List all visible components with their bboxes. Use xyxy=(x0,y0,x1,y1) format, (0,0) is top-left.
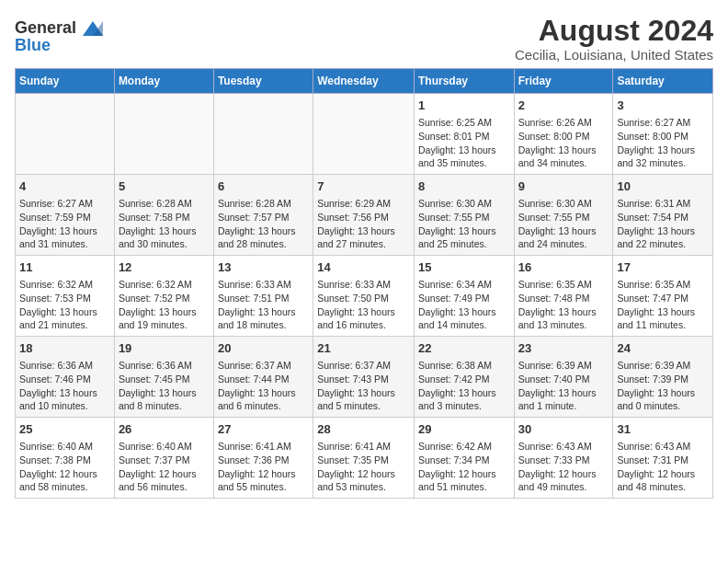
table-row xyxy=(114,94,213,175)
header-thursday: Thursday xyxy=(414,69,514,94)
table-row: 29Sunrise: 6:42 AM Sunset: 7:34 PM Dayli… xyxy=(414,417,514,498)
day-info: Sunrise: 6:33 AM Sunset: 7:51 PM Dayligh… xyxy=(218,278,309,332)
logo-blue: Blue xyxy=(15,36,51,55)
day-number: 16 xyxy=(518,259,609,276)
table-row: 22Sunrise: 6:38 AM Sunset: 7:42 PM Dayli… xyxy=(414,337,514,418)
day-info: Sunrise: 6:33 AM Sunset: 7:50 PM Dayligh… xyxy=(317,278,410,332)
page-title: August 2024 xyxy=(515,15,713,47)
table-row: 25Sunrise: 6:40 AM Sunset: 7:38 PM Dayli… xyxy=(16,417,115,498)
day-info: Sunrise: 6:43 AM Sunset: 7:33 PM Dayligh… xyxy=(518,440,609,494)
header-sunday: Sunday xyxy=(16,69,115,94)
table-row: 17Sunrise: 6:35 AM Sunset: 7:47 PM Dayli… xyxy=(613,256,713,337)
page-subtitle: Cecilia, Louisiana, United States xyxy=(515,47,713,63)
table-row: 30Sunrise: 6:43 AM Sunset: 7:33 PM Dayli… xyxy=(514,417,613,498)
day-info: Sunrise: 6:27 AM Sunset: 7:59 PM Dayligh… xyxy=(19,197,110,251)
header-tuesday: Tuesday xyxy=(213,69,313,94)
table-row: 27Sunrise: 6:41 AM Sunset: 7:36 PM Dayli… xyxy=(213,417,313,498)
day-info: Sunrise: 6:42 AM Sunset: 7:34 PM Dayligh… xyxy=(418,440,510,494)
table-row: 8Sunrise: 6:30 AM Sunset: 7:55 PM Daylig… xyxy=(414,175,514,256)
table-row: 7Sunrise: 6:29 AM Sunset: 7:56 PM Daylig… xyxy=(313,175,415,256)
table-row xyxy=(16,94,115,175)
logo: General Blue xyxy=(15,18,103,55)
table-row: 4Sunrise: 6:27 AM Sunset: 7:59 PM Daylig… xyxy=(16,175,115,256)
header-friday: Friday xyxy=(514,69,613,94)
table-row: 31Sunrise: 6:43 AM Sunset: 7:31 PM Dayli… xyxy=(613,417,713,498)
day-info: Sunrise: 6:41 AM Sunset: 7:36 PM Dayligh… xyxy=(218,440,309,494)
day-number: 1 xyxy=(418,98,510,114)
day-number: 4 xyxy=(19,178,110,195)
calendar-week-row: 25Sunrise: 6:40 AM Sunset: 7:38 PM Dayli… xyxy=(16,417,713,498)
day-number: 17 xyxy=(617,259,709,276)
day-number: 11 xyxy=(19,259,110,276)
table-row: 1Sunrise: 6:25 AM Sunset: 8:01 PM Daylig… xyxy=(414,94,514,175)
day-number: 8 xyxy=(418,178,510,195)
day-info: Sunrise: 6:30 AM Sunset: 7:55 PM Dayligh… xyxy=(418,197,510,251)
header-wednesday: Wednesday xyxy=(313,69,415,94)
table-row: 20Sunrise: 6:37 AM Sunset: 7:44 PM Dayli… xyxy=(213,337,313,418)
day-info: Sunrise: 6:35 AM Sunset: 7:48 PM Dayligh… xyxy=(518,278,609,332)
table-row: 14Sunrise: 6:33 AM Sunset: 7:50 PM Dayli… xyxy=(313,256,415,337)
day-info: Sunrise: 6:43 AM Sunset: 7:31 PM Dayligh… xyxy=(617,440,709,494)
table-row: 2Sunrise: 6:26 AM Sunset: 8:00 PM Daylig… xyxy=(514,94,613,175)
day-number: 15 xyxy=(418,259,510,276)
day-number: 10 xyxy=(617,178,709,195)
day-number: 25 xyxy=(19,421,110,438)
logo-icon xyxy=(83,21,103,36)
table-row: 24Sunrise: 6:39 AM Sunset: 7:39 PM Dayli… xyxy=(613,337,713,418)
day-info: Sunrise: 6:35 AM Sunset: 7:47 PM Dayligh… xyxy=(617,278,709,332)
day-number: 7 xyxy=(317,178,410,195)
day-info: Sunrise: 6:32 AM Sunset: 7:52 PM Dayligh… xyxy=(119,278,210,332)
table-row: 9Sunrise: 6:30 AM Sunset: 7:55 PM Daylig… xyxy=(514,175,613,256)
day-number: 5 xyxy=(119,178,210,195)
table-row: 12Sunrise: 6:32 AM Sunset: 7:52 PM Dayli… xyxy=(114,256,213,337)
day-info: Sunrise: 6:26 AM Sunset: 8:00 PM Dayligh… xyxy=(518,116,609,170)
day-number: 22 xyxy=(418,340,510,357)
day-number: 30 xyxy=(518,421,609,438)
day-info: Sunrise: 6:37 AM Sunset: 7:43 PM Dayligh… xyxy=(317,359,410,413)
table-row: 21Sunrise: 6:37 AM Sunset: 7:43 PM Dayli… xyxy=(313,337,415,418)
day-info: Sunrise: 6:40 AM Sunset: 7:37 PM Dayligh… xyxy=(119,440,210,494)
table-row: 6Sunrise: 6:28 AM Sunset: 7:57 PM Daylig… xyxy=(213,175,313,256)
day-number: 3 xyxy=(617,98,709,114)
day-info: Sunrise: 6:34 AM Sunset: 7:49 PM Dayligh… xyxy=(418,278,510,332)
day-info: Sunrise: 6:40 AM Sunset: 7:38 PM Dayligh… xyxy=(19,440,110,494)
table-row: 23Sunrise: 6:39 AM Sunset: 7:40 PM Dayli… xyxy=(514,337,613,418)
day-number: 29 xyxy=(418,421,510,438)
day-info: Sunrise: 6:27 AM Sunset: 8:00 PM Dayligh… xyxy=(617,116,709,170)
day-number: 20 xyxy=(218,340,309,357)
day-info: Sunrise: 6:41 AM Sunset: 7:35 PM Dayligh… xyxy=(317,440,410,494)
calendar-table: Sunday Monday Tuesday Wednesday Thursday… xyxy=(15,68,713,499)
table-row: 13Sunrise: 6:33 AM Sunset: 7:51 PM Dayli… xyxy=(213,256,313,337)
table-row: 19Sunrise: 6:36 AM Sunset: 7:45 PM Dayli… xyxy=(114,337,213,418)
day-info: Sunrise: 6:39 AM Sunset: 7:39 PM Dayligh… xyxy=(617,359,709,413)
header-saturday: Saturday xyxy=(613,69,713,94)
day-info: Sunrise: 6:31 AM Sunset: 7:54 PM Dayligh… xyxy=(617,197,709,251)
day-number: 26 xyxy=(119,421,210,438)
table-row: 11Sunrise: 6:32 AM Sunset: 7:53 PM Dayli… xyxy=(16,256,115,337)
table-row: 16Sunrise: 6:35 AM Sunset: 7:48 PM Dayli… xyxy=(514,256,613,337)
table-row: 5Sunrise: 6:28 AM Sunset: 7:58 PM Daylig… xyxy=(114,175,213,256)
table-row xyxy=(313,94,415,175)
table-row: 10Sunrise: 6:31 AM Sunset: 7:54 PM Dayli… xyxy=(613,175,713,256)
day-info: Sunrise: 6:32 AM Sunset: 7:53 PM Dayligh… xyxy=(19,278,110,332)
day-number: 24 xyxy=(617,340,709,357)
day-number: 21 xyxy=(317,340,410,357)
header-monday: Monday xyxy=(114,69,213,94)
day-number: 2 xyxy=(518,98,609,114)
day-number: 6 xyxy=(218,178,309,195)
table-row: 28Sunrise: 6:41 AM Sunset: 7:35 PM Dayli… xyxy=(313,417,415,498)
calendar-week-row: 18Sunrise: 6:36 AM Sunset: 7:46 PM Dayli… xyxy=(16,337,713,418)
day-number: 28 xyxy=(317,421,410,438)
day-number: 31 xyxy=(617,421,709,438)
calendar-week-row: 11Sunrise: 6:32 AM Sunset: 7:53 PM Dayli… xyxy=(16,256,713,337)
day-info: Sunrise: 6:39 AM Sunset: 7:40 PM Dayligh… xyxy=(518,359,609,413)
day-info: Sunrise: 6:36 AM Sunset: 7:46 PM Dayligh… xyxy=(19,359,110,413)
day-info: Sunrise: 6:25 AM Sunset: 8:01 PM Dayligh… xyxy=(418,116,510,170)
table-row: 3Sunrise: 6:27 AM Sunset: 8:00 PM Daylig… xyxy=(613,94,713,175)
day-number: 12 xyxy=(119,259,210,276)
table-row xyxy=(213,94,313,175)
day-number: 14 xyxy=(317,259,410,276)
table-row: 18Sunrise: 6:36 AM Sunset: 7:46 PM Dayli… xyxy=(16,337,115,418)
day-number: 19 xyxy=(119,340,210,357)
day-number: 18 xyxy=(19,340,110,357)
